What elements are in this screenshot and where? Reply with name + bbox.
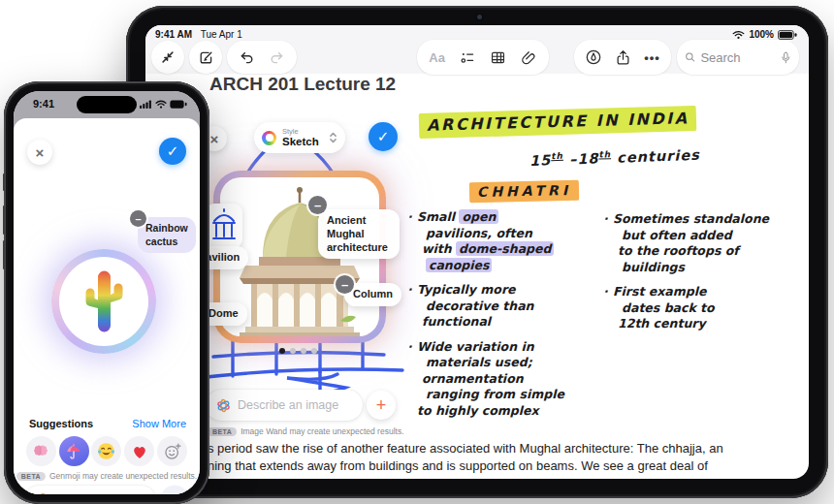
ipad-device: 9:41 AM Tue Apr 1 100% <box>126 6 828 498</box>
ipad-date: Tue Apr 1 <box>201 29 242 40</box>
text-segment: –18 <box>563 150 599 167</box>
handwritten-bullet: ·Sometimes standalonebut often addedto t… <box>603 211 809 275</box>
suggestion-laughing-emoji[interactable] <box>91 436 121 466</box>
search-field[interactable] <box>677 40 799 75</box>
wifi-icon <box>155 100 167 109</box>
chevron-up-down-icon <box>329 131 337 144</box>
text-segment: dome-shaped <box>456 241 554 256</box>
bullet-line: buildings <box>622 260 769 276</box>
text-segment: ranging from simple <box>426 387 564 401</box>
markup-pen-icon[interactable] <box>583 47 604 68</box>
show-more-link[interactable]: Show More <box>132 418 186 429</box>
beta-badge: BETA <box>16 472 46 481</box>
iphone-device: 9:41 × ✓ <box>4 81 209 504</box>
green-highlight: ARCHITECTURE IN INDIA <box>419 106 697 139</box>
image-wand-confirm-button[interactable]: ✓ <box>369 122 398 151</box>
suggestion-brain-emoji[interactable] <box>26 436 56 466</box>
bullet-dot: · <box>407 339 417 420</box>
dictation-mic-icon[interactable] <box>781 50 791 65</box>
tag-rainbow-cactus[interactable]: Rainbow cactus <box>138 217 196 253</box>
page-dot[interactable] <box>290 348 296 354</box>
share-icon[interactable] <box>612 47 633 68</box>
beta-text: Image Wand may create unexpected results… <box>241 426 403 436</box>
bullet-line: pavilions, often <box>426 226 554 242</box>
iphone-genmoji-screen: 9:41 × ✓ <box>14 91 200 494</box>
suggestion-new-genmoji-emoji[interactable] <box>157 436 187 466</box>
compose-note-button[interactable] <box>189 41 222 74</box>
image-wand-beta-note: BETA Image Wand may create unexpected re… <box>208 426 404 436</box>
marketing-stage: 9:41 AM Tue Apr 1 100% <box>0 0 834 504</box>
suggestion-heart-emoji[interactable] <box>124 436 154 466</box>
page-dot[interactable] <box>301 348 306 354</box>
bullet-line: Sometimes standalone <box>613 211 769 228</box>
people-genmoji-button[interactable] <box>161 486 188 494</box>
compose-icon <box>195 47 216 68</box>
text-segment: functional <box>422 314 491 329</box>
bullet-line: Typically more <box>417 282 533 299</box>
undo-button[interactable] <box>236 47 257 68</box>
style-palette-icon <box>262 131 276 145</box>
text-segment: Sometimes standalone <box>613 211 769 226</box>
person-icon <box>168 492 182 495</box>
bullet-line: decorative than <box>426 299 533 315</box>
style-value: Sketch <box>282 137 319 148</box>
wifi-icon <box>732 30 745 40</box>
genmoji-prompt-input[interactable] <box>57 492 145 494</box>
image-wand-prompt-field[interactable] <box>206 390 363 421</box>
typed-paragraph: s period saw the rise of another feature… <box>208 440 809 475</box>
ipad-notes-screen: 9:41 AM Tue Apr 1 100% <box>145 25 809 479</box>
result-page-dots[interactable] <box>279 348 317 354</box>
phone-time: 9:41 <box>33 98 54 110</box>
style-picker[interactable]: Style Sketch <box>254 122 345 153</box>
beta-badge: BETA <box>208 427 237 436</box>
attachment-icon[interactable] <box>518 47 539 68</box>
apple-intelligence-icon <box>35 491 51 494</box>
redo-button[interactable] <box>267 47 288 68</box>
text-segment: to the rooftops of <box>618 243 739 258</box>
paragraph-line: s period saw the rise of another feature… <box>208 440 809 457</box>
bullet-line: ranging from simple <box>426 387 564 403</box>
volume-up-button <box>3 205 5 235</box>
phone-status-icons <box>140 100 187 109</box>
text-segment: canopies <box>426 258 492 272</box>
image-wand-prompt-input[interactable] <box>238 398 353 412</box>
text-segment: 12th century <box>618 316 706 331</box>
search-input[interactable] <box>700 50 776 65</box>
remove-tag-button[interactable]: – <box>308 196 327 214</box>
original-sketch-thumbnail[interactable] <box>206 204 242 248</box>
format-tools-group: Aa <box>417 40 549 75</box>
handwritten-bullet: ·First exampledates back to12th century <box>603 284 809 332</box>
tag-ancient-mughal-architecture[interactable]: Ancient Mughal architecture <box>318 209 400 259</box>
bullet-line: materials used; <box>426 355 564 371</box>
page-dot[interactable] <box>279 348 285 354</box>
genmoji-beta-note: BETA Genmoji may create unexpected resul… <box>16 471 197 481</box>
remove-tag-button[interactable]: – <box>130 210 146 227</box>
genmoji-confirm-button[interactable]: ✓ <box>159 138 186 165</box>
add-image-button[interactable]: + <box>367 391 396 420</box>
paragraph-line: ning that extends away from buildings an… <box>208 457 809 475</box>
remove-tag-button[interactable]: – <box>336 275 354 294</box>
genmoji-prompt-field[interactable] <box>25 486 155 494</box>
beta-text: Genmoji may create unexpected results. <box>49 471 197 481</box>
page-dot[interactable] <box>311 348 317 354</box>
bullet-line: dates back to <box>622 300 715 317</box>
rainbow-cactus-genmoji[interactable] <box>78 269 130 333</box>
table-button[interactable] <box>488 47 509 68</box>
suggestion-umbrella-emoji[interactable] <box>59 436 89 466</box>
checklist-button[interactable] <box>457 47 478 68</box>
genmoji-sheet: × ✓ – Rainbow cactus Suggestions <box>14 118 200 494</box>
collapse-toolbar-button[interactable] <box>151 41 184 74</box>
genmoji-close-button[interactable]: × <box>27 140 52 165</box>
text-segment: centuries <box>611 147 700 166</box>
cellular-icon <box>140 100 152 109</box>
more-options-button[interactable]: ••• <box>642 47 663 68</box>
text-format-button[interactable]: Aa <box>427 47 448 68</box>
bullet-line: to the rooftops of <box>618 243 769 260</box>
text-segment: materials used; <box>426 355 532 369</box>
note-title: ARCH 201 Lecture 12 <box>209 74 396 95</box>
text-segment: buildings <box>622 260 685 274</box>
handwritten-heading: ARCHITECTURE IN INDIA <box>419 109 697 135</box>
dynamic-island <box>77 96 137 113</box>
bullet-line: 12th century <box>618 316 715 332</box>
battery-icon <box>170 100 187 109</box>
